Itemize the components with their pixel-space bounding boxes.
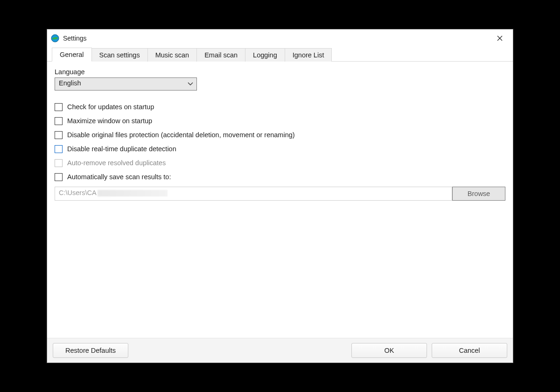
titlebar: Settings [47,29,513,46]
check-updates-row[interactable]: Check for updates on startup [55,100,505,114]
tab-general[interactable]: General [52,48,92,62]
check-auto-save-row[interactable]: Automatically save scan results to: [55,170,505,184]
language-label: Language [55,68,505,76]
settings-dialog: Settings General Scan settings Music sca… [47,29,513,363]
language-select[interactable]: English [55,77,197,91]
check-label: Disable real-time duplicate detection [67,145,176,153]
tab-bar: General Scan settings Music scan Email s… [47,46,513,62]
ok-button[interactable]: OK [351,343,427,358]
check-auto-remove-row: Auto-remove resolved duplicates [55,156,505,170]
check-label: Check for updates on startup [67,103,154,111]
redacted-path-segment [98,190,168,196]
close-icon [497,35,503,41]
save-path-input[interactable]: C:\Users\CA [55,187,452,201]
save-path-row: C:\Users\CA Browse [55,187,505,201]
tab-music-scan[interactable]: Music scan [148,48,197,62]
checkbox-icon [55,131,63,139]
check-label: Automatically save scan results to: [67,173,171,181]
browse-button[interactable]: Browse [452,187,505,201]
window-title: Settings [63,35,87,42]
checkbox-icon [55,173,63,181]
check-label: Maximize window on startup [67,117,152,125]
restore-defaults-button[interactable]: Restore Defaults [53,343,128,358]
save-path-value: C:\Users\CA [59,189,97,196]
cancel-button[interactable]: Cancel [432,343,507,358]
check-maximize-row[interactable]: Maximize window on startup [55,114,505,128]
tab-logging[interactable]: Logging [245,48,285,62]
app-icon [51,34,59,42]
tab-ignore-list[interactable]: Ignore List [285,48,332,62]
close-button[interactable] [490,32,510,45]
general-panel: Language English Check for updates on st… [47,62,513,338]
check-disable-realtime-row[interactable]: Disable real-time duplicate detection [55,142,505,156]
language-value: English [55,77,197,91]
checkbox-icon [55,159,63,167]
checkbox-icon [55,103,63,111]
tab-scan-settings[interactable]: Scan settings [92,48,148,62]
check-label: Auto-remove resolved duplicates [67,159,166,167]
check-disable-protection-row[interactable]: Disable original files protection (accid… [55,128,505,142]
check-label: Disable original files protection (accid… [67,131,295,139]
dialog-footer: Restore Defaults OK Cancel [47,338,513,363]
tab-email-scan[interactable]: Email scan [197,48,245,62]
checkbox-icon [55,117,63,125]
checkbox-icon [55,145,63,153]
